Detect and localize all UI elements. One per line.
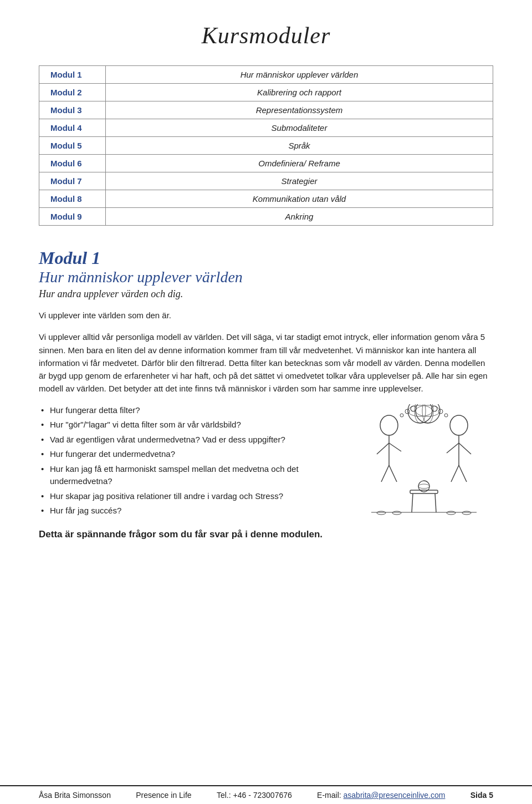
paragraph2: Vi upplever alltid vår personliga modell… bbox=[39, 330, 493, 395]
footer-brand: Presence in Life bbox=[136, 791, 191, 800]
svg-point-31 bbox=[392, 511, 401, 515]
table-row: Modul 2Kalibrering och rapport bbox=[39, 84, 493, 101]
svg-line-4 bbox=[381, 465, 389, 482]
module-label: Modul 1 bbox=[39, 66, 106, 84]
list-item: Hur skapar jag positiva relationer till … bbox=[39, 490, 349, 503]
content-area: Hur fungerar detta filter?Hur "gör"/"lag… bbox=[39, 404, 493, 542]
module-description: Språk bbox=[106, 137, 493, 155]
footer-tel: Tel.: +46 - 723007676 bbox=[217, 791, 292, 800]
footer: Åsa Brita Simonsson Presence in Life Tel… bbox=[0, 785, 532, 804]
footer-author: Åsa Brita Simonsson bbox=[39, 791, 111, 800]
list-item: Hur får jag succés? bbox=[39, 505, 349, 517]
module-label: Modul 4 bbox=[39, 119, 106, 137]
footer-page-label: Sida bbox=[470, 791, 489, 800]
footer-email: E-mail: asabrita@presenceinlive.com bbox=[317, 791, 445, 800]
modul1-header: Modul 1 Hur människor upplever världen H… bbox=[39, 248, 493, 300]
svg-line-15 bbox=[459, 443, 471, 454]
svg-line-16 bbox=[451, 465, 459, 482]
svg-line-5 bbox=[389, 465, 397, 482]
footer-tel-number: +46 - 723007676 bbox=[233, 791, 292, 800]
paragraph1: Vi upplever inte världen som den är. bbox=[39, 309, 493, 322]
table-row: Modul 4Submodaliteter bbox=[39, 119, 493, 137]
module-description: Submodaliteter bbox=[106, 119, 493, 137]
svg-point-0 bbox=[380, 415, 398, 435]
footer-email-link[interactable]: asabrita@presenceinlive.com bbox=[344, 791, 446, 800]
table-row: Modul 7Strategier bbox=[39, 172, 493, 190]
svg-line-26 bbox=[435, 493, 436, 512]
svg-point-30 bbox=[377, 511, 386, 515]
footer-page: Sida 5 bbox=[470, 791, 493, 800]
text-column: Hur fungerar detta filter?Hur "gör"/"lag… bbox=[39, 404, 349, 542]
svg-line-25 bbox=[412, 493, 413, 512]
table-row: Modul 3Representationssystem bbox=[39, 101, 493, 119]
list-item: Vad är egentligen vårat undermedvetna? V… bbox=[39, 434, 349, 446]
modul1-label: Modul 1 bbox=[39, 248, 493, 268]
svg-point-33 bbox=[462, 511, 471, 515]
illustration-column bbox=[360, 404, 493, 533]
table-row: Modul 1Hur människor upplever världen bbox=[39, 66, 493, 84]
module-label: Modul 5 bbox=[39, 137, 106, 155]
conclusion: Detta är spännande frågor som du får sva… bbox=[39, 527, 349, 542]
footer-tel-label: Tel.: bbox=[217, 791, 231, 800]
module-description: Kalibrering och rapport bbox=[106, 84, 493, 101]
svg-point-32 bbox=[447, 511, 456, 515]
modul1-title: Hur människor upplever världen bbox=[39, 268, 493, 286]
module-description: Representationssystem bbox=[106, 101, 493, 119]
module-description: Omdefiniera/ Reframe bbox=[106, 155, 493, 172]
list-item: Hur "gör"/"lagar" vi detta filter som är… bbox=[39, 419, 349, 431]
module-label: Modul 3 bbox=[39, 101, 106, 119]
list-item: Hur kan jag få ett harmoniskt samspel me… bbox=[39, 463, 349, 488]
svg-line-3 bbox=[389, 443, 401, 451]
svg-line-2 bbox=[377, 443, 389, 454]
module-label: Modul 2 bbox=[39, 84, 106, 101]
list-item: Hur fungerar detta filter? bbox=[39, 404, 349, 417]
svg-line-14 bbox=[447, 443, 459, 453]
table-row: Modul 8Kommunikation utan våld bbox=[39, 190, 493, 208]
footer-email-label: E-mail: bbox=[317, 791, 341, 800]
module-label: Modul 9 bbox=[39, 208, 106, 226]
module-label: Modul 7 bbox=[39, 172, 106, 190]
module-description: Kommunikation utan våld bbox=[106, 190, 493, 208]
module-description: Strategier bbox=[106, 172, 493, 190]
svg-line-17 bbox=[459, 465, 467, 482]
svg-point-6 bbox=[400, 414, 403, 417]
table-row: Modul 5Språk bbox=[39, 137, 493, 155]
table-row: Modul 9Ankring bbox=[39, 208, 493, 226]
list-item: Hur fungerar det undermedvetna? bbox=[39, 448, 349, 461]
svg-point-28 bbox=[418, 484, 429, 488]
page-wrapper: Kursmoduler Modul 1Hur människor uppleve… bbox=[0, 0, 532, 804]
module-label: Modul 8 bbox=[39, 190, 106, 208]
modul1-subtitle: Hur andra upplever värden och dig. bbox=[39, 288, 493, 300]
module-label: Modul 6 bbox=[39, 155, 106, 172]
svg-point-18 bbox=[444, 414, 448, 417]
svg-point-12 bbox=[450, 415, 468, 435]
bullet-list: Hur fungerar detta filter?Hur "gör"/"lag… bbox=[39, 404, 349, 517]
module-description: Ankring bbox=[106, 208, 493, 226]
modules-table: Modul 1Hur människor upplever världenMod… bbox=[39, 65, 493, 226]
table-row: Modul 6Omdefiniera/ Reframe bbox=[39, 155, 493, 172]
footer-page-number: 5 bbox=[489, 791, 493, 800]
illustration-image bbox=[360, 404, 488, 532]
module-description: Hur människor upplever världen bbox=[106, 66, 493, 84]
page-title: Kursmoduler bbox=[39, 22, 493, 49]
